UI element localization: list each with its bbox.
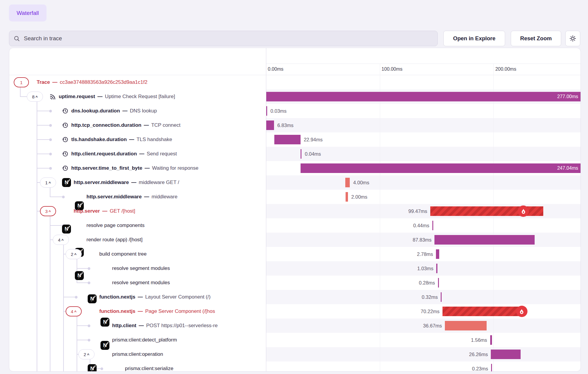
span-duration-bar[interactable]: [266, 120, 274, 130]
span-title[interactable]: tls.handshake.duration—TLS handshake: [71, 132, 266, 147]
tree-connector: [77, 282, 88, 283]
tree-connector: [50, 197, 62, 197]
span-duration-bar[interactable]: [266, 106, 267, 116]
duration-label: 247.04ms: [557, 166, 578, 171]
separator-dash: —: [102, 208, 107, 214]
span-duration-bar[interactable]: [438, 278, 439, 288]
expand-pill[interactable]: 4^: [53, 235, 69, 245]
span-title[interactable]: prisma:client:operation: [112, 347, 266, 361]
span-duration-bar[interactable]: [274, 135, 301, 144]
panel-divider[interactable]: [266, 48, 266, 371]
span-duration-bar[interactable]: [442, 307, 522, 316]
span-title[interactable]: resolve page components: [86, 218, 266, 233]
child-count: 3: [45, 209, 48, 214]
duration-label: 1.03ms: [374, 261, 433, 276]
expand-pill[interactable]: 8^: [27, 92, 43, 102]
separator-dash: —: [139, 151, 144, 157]
trace-title[interactable]: Trace—cc3ae3748883563a926c253d9aa1c1f2: [37, 75, 266, 89]
tree-connector-dot: [88, 282, 90, 284]
expand-pill[interactable]: 4^: [66, 306, 82, 316]
clock-icon: [62, 165, 69, 171]
span-title[interactable]: dns.lookup.duration—DNS lookup: [71, 104, 266, 118]
span-title[interactable]: http.client—POST https://p01--serverless…: [112, 319, 266, 333]
span-title[interactable]: uptime.request—Uptime Check Request [fai…: [59, 89, 266, 104]
span-title[interactable]: prisma:client:serialize: [125, 361, 266, 372]
chevron-up-icon: ^: [87, 353, 89, 357]
span-op: Trace: [37, 79, 50, 85]
tree-connector-dot: [88, 339, 90, 341]
axis-line: [266, 64, 581, 64]
duration-label: 0.03ms: [270, 104, 287, 118]
chevron-up-icon: ^: [74, 310, 77, 314]
tree-connector: [37, 102, 37, 372]
span-duration-bar[interactable]: [491, 364, 492, 372]
child-count: 1: [45, 180, 48, 185]
span-rows: 1Trace—cc3ae3748883563a926c253d9aa1c1f28…: [9, 75, 581, 371]
reset-zoom-button[interactable]: Reset Zoom: [511, 31, 561, 46]
tab-waterfall[interactable]: Waterfall: [9, 4, 47, 21]
chevron-up-icon: ^: [35, 95, 38, 99]
span-title[interactable]: http.server—GET /[host]: [74, 204, 266, 218]
span-name: resolve page components: [86, 222, 145, 228]
span-duration-bar[interactable]: 247.04ms: [301, 163, 581, 173]
span-duration-bar[interactable]: [445, 321, 487, 330]
span-title[interactable]: function.nextjs—Page Server Component (/…: [99, 304, 266, 319]
gear-icon: [569, 35, 576, 42]
tree-connector: [37, 125, 49, 126]
duration-label: 26.26ms: [428, 347, 488, 361]
span-title[interactable]: prisma:client:detect_platform: [112, 333, 266, 347]
span-description: middleware: [151, 194, 177, 200]
tree-connector-dot: [49, 167, 52, 170]
span-duration-bar[interactable]: [301, 149, 301, 159]
search-bar[interactable]: [9, 31, 438, 46]
span-title[interactable]: build component tree: [99, 247, 266, 261]
time-tick-label: 100.00ms: [382, 64, 403, 75]
span-title[interactable]: resolve segment modules: [112, 261, 266, 276]
span-description: GET /[host]: [110, 208, 135, 214]
span-title[interactable]: http.client.request.duration—Send reques…: [71, 147, 266, 161]
span-duration-bar[interactable]: [432, 221, 433, 230]
child-count: 8: [32, 94, 35, 99]
expand-pill[interactable]: 2^: [78, 349, 95, 359]
open-in-explore-button[interactable]: Open in Explore: [443, 31, 505, 46]
span-title[interactable]: http.server.time_to_first_byte—Waiting f…: [71, 161, 266, 175]
duration-label: 4.00ms: [353, 175, 369, 190]
expand-pill[interactable]: 2^: [66, 249, 82, 259]
tree-connector: [50, 239, 53, 240]
settings-button[interactable]: [565, 31, 580, 46]
search-input[interactable]: [23, 35, 433, 42]
span-op: http.client: [112, 323, 136, 329]
span-duration-bar[interactable]: 277.00ms: [266, 92, 581, 101]
tree-connector: [50, 225, 62, 226]
span-name: resolve segment modules: [112, 280, 170, 286]
clock-icon: [62, 136, 69, 143]
expand-pill[interactable]: 3^: [40, 206, 56, 216]
span-title[interactable]: http.server.middleware—middleware: [86, 190, 266, 204]
child-count: 2: [71, 252, 73, 257]
child-count: 2: [84, 352, 86, 357]
span-duration-bar[interactable]: [441, 292, 442, 302]
span-duration-bar[interactable]: [490, 335, 492, 345]
span-duration-bar[interactable]: [436, 249, 439, 259]
span-title[interactable]: http.tcp_connection.duration—TCP connect: [71, 118, 266, 132]
nextjs-icon: N: [88, 294, 97, 303]
span-title[interactable]: http.server.middleware—middleware GET /: [74, 175, 266, 190]
nextjs-icon: N: [75, 271, 84, 280]
sentry-icon: [49, 93, 56, 100]
span-duration-bar[interactable]: [345, 178, 350, 187]
span-duration-bar[interactable]: [434, 235, 534, 245]
duration-label: 0.44ms: [370, 218, 429, 233]
span-duration-bar[interactable]: [436, 264, 437, 273]
clock-icon: [62, 122, 69, 129]
chevron-up-icon: ^: [61, 238, 64, 242]
span-title[interactable]: render route (app) /[host]: [86, 233, 266, 247]
time-gridline: [493, 64, 494, 371]
span-duration-bar[interactable]: [491, 350, 521, 359]
expand-pill[interactable]: 1: [14, 77, 29, 87]
expand-pill[interactable]: 1^: [40, 177, 56, 188]
span-description: middleware GET /: [139, 180, 179, 186]
span-title[interactable]: resolve segment modules: [112, 276, 266, 290]
tree-connector-dot: [49, 110, 52, 112]
span-duration-bar[interactable]: [346, 192, 348, 202]
span-title[interactable]: function.nextjs—Layout Server Component …: [99, 290, 266, 304]
